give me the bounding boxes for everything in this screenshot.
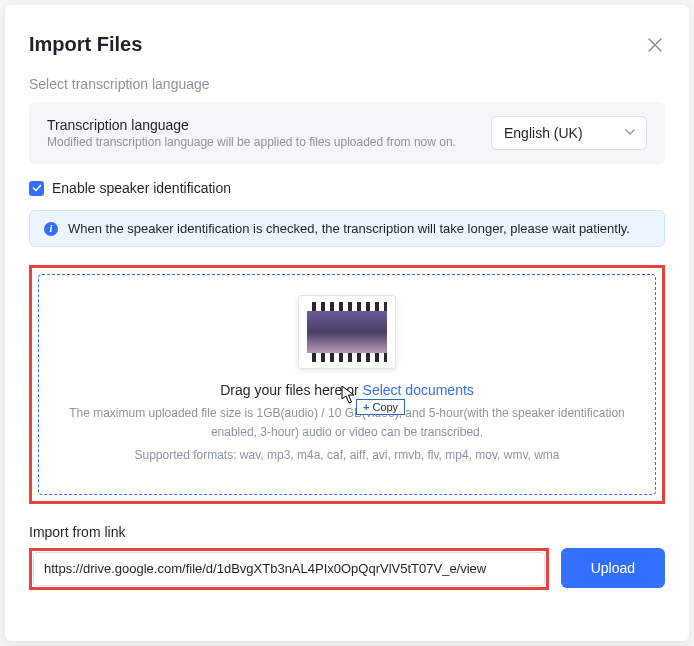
video-thumbnail [298, 295, 396, 369]
dropzone-highlight: Drag your files here or Select documents… [29, 265, 665, 504]
speaker-id-checkbox[interactable] [29, 181, 44, 196]
select-documents-link[interactable]: Select documents [363, 382, 474, 398]
import-files-modal: Import Files Select transcription langua… [5, 5, 689, 641]
dropzone-size-note: The maximum uploaded file size is 1GB(au… [67, 404, 627, 442]
modal-header: Import Files [29, 33, 665, 56]
url-input-highlight [29, 548, 549, 590]
language-section-caption: Select transcription language [29, 76, 665, 92]
import-link-label: Import from link [29, 524, 665, 540]
info-icon: i [44, 222, 58, 236]
drag-instruction: Drag your files here or Select documents [220, 382, 474, 398]
speaker-id-row: Enable speaker identification [29, 180, 665, 196]
info-banner: i When the speaker identification is che… [29, 210, 665, 247]
file-dropzone[interactable]: Drag your files here or Select documents… [38, 274, 656, 495]
language-panel-text: Transcription language Modified transcri… [47, 117, 491, 149]
import-url-input[interactable] [33, 552, 545, 586]
speaker-id-label[interactable]: Enable speaker identification [52, 180, 231, 196]
upload-button[interactable]: Upload [561, 548, 665, 588]
drag-prefix: Drag your files here or [220, 382, 362, 398]
language-title: Transcription language [47, 117, 491, 133]
close-icon [648, 38, 662, 52]
language-panel: Transcription language Modified transcri… [29, 102, 665, 164]
chevron-down-icon [624, 125, 636, 141]
close-button[interactable] [645, 35, 665, 55]
import-link-row: Upload [29, 548, 665, 590]
modal-title: Import Files [29, 33, 142, 56]
filmstrip-icon [307, 302, 387, 362]
language-select[interactable]: English (UK) [491, 116, 647, 150]
language-select-value: English (UK) [504, 125, 583, 141]
language-subtitle: Modified transcription language will be … [47, 135, 491, 149]
checkmark-icon [32, 183, 42, 193]
info-text: When the speaker identification is check… [68, 221, 630, 236]
dropzone-formats-note: Supported formats: wav, mp3, m4a, caf, a… [67, 446, 627, 465]
